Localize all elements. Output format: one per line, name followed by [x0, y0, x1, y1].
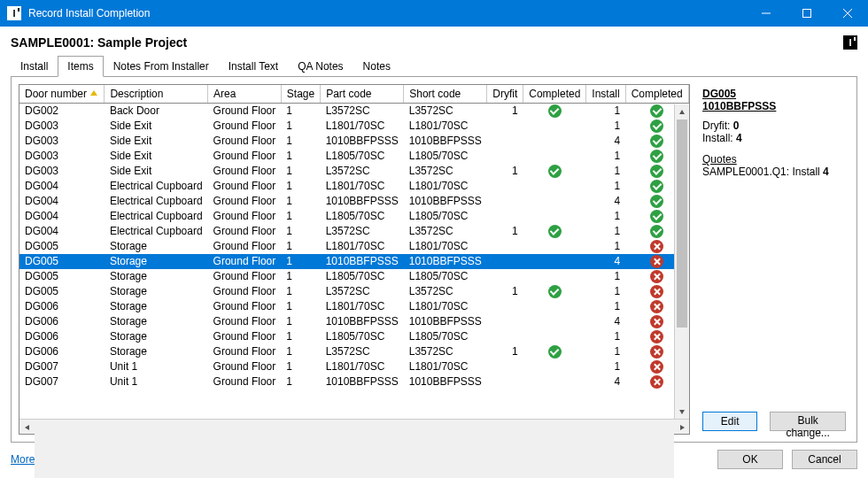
check-icon	[650, 180, 663, 193]
check-icon	[548, 345, 562, 358]
column-header[interactable]: Completed	[523, 85, 586, 104]
svg-rect-1	[803, 10, 811, 18]
tab-notes-from-installer[interactable]: Notes From Installer	[104, 56, 219, 77]
svg-marker-5	[679, 110, 685, 114]
close-button[interactable]	[827, 0, 868, 27]
table-row[interactable]: DG005StorageGround Floor1L1801/70SCL1801…	[19, 239, 689, 254]
x-icon	[650, 240, 663, 253]
svg-marker-8	[680, 425, 685, 430]
x-icon	[650, 375, 663, 389]
tab-notes[interactable]: Notes	[353, 56, 400, 77]
column-header[interactable]: Completed	[625, 85, 688, 104]
maximize-button[interactable]	[787, 0, 827, 27]
detail-install-line: Install: 4	[702, 132, 846, 144]
tab-items[interactable]: Items	[58, 56, 103, 77]
window-controls	[746, 0, 868, 27]
table-row[interactable]: DG006StorageGround Floor1L1801/70SCL1801…	[19, 299, 689, 314]
svg-marker-6	[679, 410, 685, 414]
table-row[interactable]: DG007Unit 1Ground Floor1L1801/70SCL1801/…	[19, 359, 689, 374]
tab-install[interactable]: Install	[11, 56, 58, 77]
x-icon	[650, 360, 663, 374]
ok-button[interactable]: OK	[717, 450, 783, 469]
check-icon	[650, 150, 663, 163]
check-icon	[548, 165, 562, 178]
detail-dryfit-line: Dryfit: 0	[702, 120, 846, 132]
check-icon	[650, 165, 663, 178]
scroll-right-icon[interactable]	[674, 420, 689, 435]
detail-door: DG005	[702, 88, 846, 100]
table-row[interactable]: DG006StorageGround Floor11010BBFPSSS1010…	[19, 314, 689, 329]
table-row[interactable]: DG006StorageGround Floor1L1805/70SCL1805…	[19, 329, 689, 344]
x-icon	[650, 270, 663, 283]
table-row[interactable]: DG004Electrical CupboardGround Floor1L35…	[19, 224, 689, 239]
check-icon	[650, 195, 663, 208]
scroll-track[interactable]	[675, 120, 689, 404]
check-icon	[650, 104, 663, 118]
vertical-scrollbar[interactable]	[674, 104, 689, 419]
column-header-edit[interactable]	[688, 85, 689, 104]
horizontal-scrollbar[interactable]	[19, 419, 689, 434]
check-icon	[548, 225, 562, 238]
x-icon	[650, 300, 663, 313]
items-grid[interactable]: Door number Description Area Stage Part …	[19, 85, 689, 389]
table-row[interactable]: DG006StorageGround Floor1L3572SCL3572SC1…	[19, 344, 689, 359]
table-row[interactable]: DG003Side ExitGround Floor1L1805/70SCL18…	[19, 149, 689, 164]
column-header[interactable]: Area	[208, 85, 282, 104]
app-icon: I	[7, 6, 21, 20]
x-icon	[650, 345, 663, 358]
items-grid-container: Door number Description Area Stage Part …	[19, 84, 690, 435]
check-icon	[650, 225, 663, 238]
table-row[interactable]: DG003Side ExitGround Floor11010BBFPSSS10…	[19, 134, 689, 149]
x-icon	[650, 255, 663, 268]
column-header[interactable]: Install	[586, 85, 625, 104]
scroll-down-icon[interactable]	[675, 404, 689, 419]
check-icon	[650, 120, 663, 133]
table-row[interactable]: DG004Electrical CupboardGround Floor1L18…	[19, 209, 689, 224]
column-header[interactable]: Stage	[281, 85, 320, 104]
column-header[interactable]: Part code	[321, 85, 404, 104]
column-header[interactable]: Short code	[404, 85, 487, 104]
check-icon	[548, 285, 562, 298]
check-icon	[650, 135, 663, 148]
edit-button[interactable]: Edit	[702, 412, 757, 431]
table-row[interactable]: DG004Electrical CupboardGround Floor1L18…	[19, 179, 689, 194]
bulk-change-button[interactable]: Bulk change...	[770, 412, 846, 431]
tabstrip: InstallItemsNotes From InstallerInstall …	[11, 55, 857, 77]
detail-panel: DG005 1010BBFPSSS Dryfit: 0 Install: 4 Q…	[690, 84, 849, 435]
x-icon	[650, 285, 663, 298]
column-header[interactable]: Dryfit	[487, 85, 523, 104]
detail-quotes-header: Quotes	[702, 153, 846, 166]
minimize-button[interactable]	[746, 0, 787, 27]
column-header[interactable]: Description	[105, 85, 208, 104]
tab-qa-notes[interactable]: QA Notes	[288, 56, 353, 77]
tab-install-text[interactable]: Install Text	[219, 56, 288, 77]
window-title: Record Install Completion	[28, 7, 150, 19]
x-icon	[650, 315, 663, 328]
app-small-icon: I	[843, 35, 857, 50]
table-row[interactable]: DG002Back DoorGround Floor1L3572SCL3572S…	[19, 104, 689, 120]
table-row[interactable]: DG003Side ExitGround Floor1L1801/70SCL18…	[19, 119, 689, 134]
titlebar: I Record Install Completion	[0, 0, 868, 27]
table-row[interactable]: DG005StorageGround Floor1L3572SCL3572SC1…	[19, 284, 689, 299]
column-header[interactable]: Door number	[19, 85, 105, 104]
table-row[interactable]: DG005StorageGround Floor1L1805/70SCL1805…	[19, 269, 689, 284]
check-icon	[548, 104, 562, 118]
table-row[interactable]: DG005StorageGround Floor11010BBFPSSS1010…	[19, 254, 689, 269]
check-icon	[650, 210, 663, 223]
svg-marker-4	[90, 90, 97, 96]
table-row[interactable]: DG004Electrical CupboardGround Floor1101…	[19, 194, 689, 209]
detail-quote-line: SAMPLE0001.Q1: Install 4	[702, 166, 846, 178]
cancel-button[interactable]: Cancel	[792, 450, 857, 469]
sort-asc-icon	[89, 88, 98, 100]
svg-marker-7	[25, 425, 29, 430]
scroll-up-icon[interactable]	[675, 104, 689, 120]
x-icon	[650, 330, 663, 343]
table-row[interactable]: DG003Side ExitGround Floor1L3572SCL3572S…	[19, 164, 689, 179]
scroll-left-icon[interactable]	[19, 420, 35, 435]
scroll-thumb[interactable]	[677, 120, 687, 328]
detail-part: 1010BBFPSSS	[702, 100, 846, 112]
project-title: SAMPLE0001: Sample Project	[11, 35, 187, 50]
table-row[interactable]: DG007Unit 1Ground Floor11010BBFPSSS1010B…	[19, 374, 689, 389]
